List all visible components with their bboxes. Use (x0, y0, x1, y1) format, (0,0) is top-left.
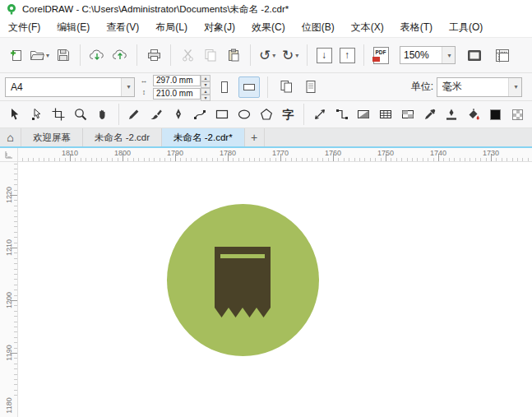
menu-file[interactable]: 文件(F) (0, 18, 49, 37)
new-document-button[interactable] (5, 42, 26, 68)
stepper-down-icon[interactable]: ▾ (201, 95, 210, 101)
page-width-field[interactable] (153, 75, 201, 86)
page-height-field[interactable] (153, 88, 201, 100)
shape-tool[interactable] (26, 104, 48, 126)
stepper-up-icon[interactable]: ▴ (201, 88, 210, 95)
h-ruler-label: 1770 (272, 149, 289, 157)
save-button[interactable] (53, 42, 74, 68)
mesh-fill-tool[interactable] (375, 104, 396, 126)
landscape-icon (242, 81, 257, 94)
toolbox-separator (118, 104, 119, 125)
polygon-tool[interactable] (256, 104, 277, 126)
horizontal-ruler[interactable]: 1810 1800 1790 1780 1770 1760 1750 1740 … (18, 148, 532, 161)
eyedropper-tool[interactable] (419, 104, 441, 126)
vertical-ruler[interactable]: 1220 1210 1200 1190 1180 (0, 162, 18, 417)
bezier-tool[interactable] (190, 104, 211, 126)
interactive-fill-tool[interactable] (354, 104, 375, 126)
publish-to-pdf-button[interactable]: PDF (370, 42, 391, 68)
undo-button[interactable]: ↺ ▾ (257, 42, 278, 68)
full-screen-preview-button[interactable] (464, 42, 485, 68)
toolbar-separator (170, 44, 171, 66)
pick-tool[interactable] (4, 104, 25, 126)
import-button[interactable]: ↓ (313, 42, 335, 68)
tab-document-2-active[interactable]: 未命名 -2.cdr* (162, 128, 245, 146)
menu-object[interactable]: 对象(J) (196, 18, 243, 37)
polygon-icon (260, 108, 273, 121)
freehand-tool[interactable] (124, 104, 146, 126)
outline-pen-tool[interactable] (441, 104, 462, 126)
pan-tool[interactable] (92, 104, 113, 126)
menu-edit[interactable]: 编辑(E) (49, 18, 98, 37)
transparency-tool[interactable] (397, 104, 419, 126)
green-circle-shape[interactable] (167, 204, 319, 356)
open-from-cloud-button[interactable] (86, 42, 108, 68)
stepper-up-icon[interactable]: ▴ (201, 75, 210, 81)
page-size-dropdown-button[interactable]: ▾ (121, 78, 134, 96)
undo-icon: ↺ (259, 49, 271, 63)
undo-dropdown-icon[interactable]: ▾ (272, 52, 275, 59)
ellipse-tool[interactable] (234, 104, 255, 126)
stepper-down-icon[interactable]: ▾ (201, 81, 210, 88)
dimension-tool[interactable] (309, 104, 331, 126)
zoom-level-input[interactable] (400, 49, 442, 61)
black-swatch-icon (490, 109, 501, 120)
portrait-button[interactable] (214, 76, 235, 98)
chevron-down-icon: ▾ (127, 83, 130, 90)
print-button[interactable] (143, 42, 164, 68)
zoom-dropdown-button[interactable]: ▾ (442, 47, 455, 63)
fill-tool[interactable] (463, 104, 484, 126)
document-area: 1220 1210 1200 1190 1180 (0, 162, 532, 417)
crop-icon (52, 108, 65, 121)
all-pages-button[interactable] (275, 76, 297, 98)
pen-tool[interactable] (168, 104, 189, 126)
drawing-canvas[interactable] (18, 162, 532, 417)
fill-color-swatch[interactable] (507, 104, 528, 126)
pen-nib-icon (172, 108, 185, 121)
menu-table[interactable]: 表格(T) (392, 18, 441, 37)
zoom-tool[interactable] (70, 104, 91, 126)
open-button[interactable]: ▾ (28, 42, 51, 68)
menu-view[interactable]: 查看(V) (98, 18, 147, 37)
page-size-value: A4 (6, 81, 121, 93)
page-size-combobox[interactable]: A4 ▾ (5, 77, 135, 97)
save-to-cloud-button[interactable] (109, 42, 131, 68)
property-bar-separator (267, 76, 268, 98)
toolbar-separator (307, 44, 308, 66)
redo-dropdown-icon[interactable]: ▾ (295, 52, 298, 59)
crop-tool[interactable] (48, 104, 69, 126)
menu-effects[interactable]: 效果(C) (243, 18, 294, 37)
paste-button[interactable] (223, 42, 244, 68)
connector-tool[interactable] (331, 104, 353, 126)
rectangle-tool[interactable] (211, 104, 233, 126)
artistic-media-tool[interactable] (146, 104, 167, 126)
page-dimension-icons: ↔ ↕ (138, 76, 150, 98)
ruler-origin-button[interactable] (0, 148, 18, 161)
tab-document-1[interactable]: 未命名 -2.cdr (83, 128, 162, 146)
document-tabbar: ⌂ 欢迎屏幕 未命名 -2.cdr 未命名 -2.cdr* + (0, 128, 532, 146)
tab-label: 未命名 -2.cdr* (173, 132, 233, 144)
copy-icon (204, 49, 217, 62)
open-dropdown-icon[interactable]: ▾ (46, 52, 49, 59)
show-rulers-button[interactable] (492, 42, 513, 68)
home-tab-button[interactable]: ⌂ (0, 128, 21, 146)
redo-icon: ↻ (282, 49, 294, 63)
redo-button[interactable]: ↻ ▾ (280, 42, 301, 68)
menu-layout[interactable]: 布局(L) (147, 18, 196, 37)
menu-bitmaps[interactable]: 位图(B) (294, 18, 343, 37)
ticket-receipt-icon[interactable] (215, 247, 271, 321)
ruler-origin-icon (5, 151, 13, 159)
menu-tools[interactable]: 工具(O) (441, 18, 491, 37)
tab-welcome-screen[interactable]: 欢迎屏幕 (21, 128, 83, 146)
units-combobox[interactable]: 毫米 ▾ (437, 77, 522, 97)
titlebar: CorelDRAW - C:\Users\Administrator\Docum… (0, 0, 532, 18)
landscape-button[interactable] (238, 76, 260, 98)
units-dropdown-button[interactable]: ▾ (508, 78, 521, 96)
export-button[interactable]: ↑ (336, 42, 358, 68)
all-pages-icon (280, 80, 294, 94)
text-tool[interactable]: 字 (277, 104, 298, 126)
outline-color-swatch[interactable] (485, 104, 507, 126)
menu-text[interactable]: 文本(X) (343, 18, 392, 37)
current-page-button[interactable] (300, 76, 322, 98)
toolbar-separator (136, 44, 137, 66)
new-tab-button[interactable]: + (245, 128, 265, 146)
